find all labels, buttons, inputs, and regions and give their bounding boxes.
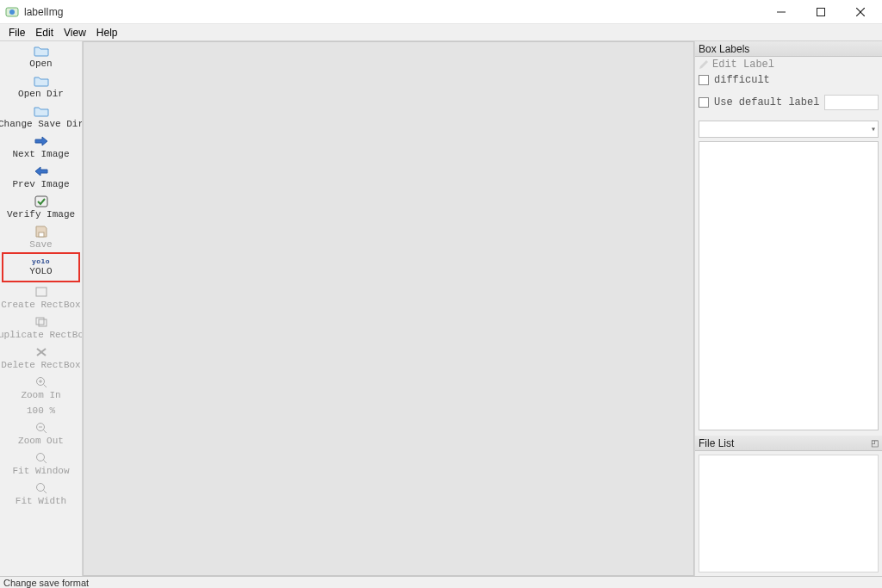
delete-rectbox-label: Delete RectBox [1, 360, 80, 370]
zoom-percent: 100 % [0, 403, 82, 418]
difficult-label: difficult [714, 74, 770, 86]
titlebar: labelImg [0, 0, 882, 24]
label-list[interactable] [699, 141, 879, 430]
undock-icon[interactable]: ◰ [871, 438, 879, 448]
pencil-icon [699, 59, 709, 70]
change-save-dir-label: Change Save Dir [0, 119, 83, 129]
menubar: File Edit View Help [0, 24, 882, 41]
file-list-panel: File List ◰ [695, 436, 882, 576]
duplicate-rectbox-label: Duplicate RectBox [0, 330, 83, 340]
save-icon [35, 225, 47, 238]
menu-edit[interactable]: Edit [30, 26, 59, 40]
svg-line-18 [43, 430, 47, 434]
open-dir-label: Open Dir [18, 89, 64, 99]
default-label-row: Use default label [699, 95, 879, 110]
open-label: Open [29, 59, 52, 69]
delete-icon [35, 345, 47, 359]
edit-label-text: Edit Label [712, 59, 774, 71]
arrow-left-icon [34, 164, 49, 178]
svg-rect-3 [817, 8, 825, 15]
svg-rect-8 [36, 288, 47, 296]
svg-line-21 [43, 461, 47, 464]
default-label-input[interactable] [824, 95, 879, 110]
difficult-checkbox-row[interactable]: difficult [699, 74, 879, 86]
folder-icon [34, 74, 49, 88]
fit-window-icon [35, 451, 47, 465]
format-toggle-button[interactable]: yolo YOLO [2, 252, 80, 282]
main-area: Open Open Dir Change Save Dir Next Image [0, 41, 882, 576]
folder-open-icon [34, 44, 49, 58]
app-icon [5, 5, 19, 19]
open-dir-button[interactable]: Open Dir [0, 71, 82, 102]
prev-image-label: Prev Image [12, 179, 69, 189]
delete-rectbox-button: Delete RectBox [0, 343, 82, 373]
svg-line-14 [43, 385, 47, 388]
svg-rect-10 [39, 319, 47, 326]
next-image-label: Next Image [12, 149, 69, 159]
window-controls [761, 0, 880, 24]
menu-file[interactable]: File [3, 26, 30, 40]
file-list-title: File List [699, 437, 734, 449]
chevron-down-icon: ▾ [871, 124, 876, 134]
box-labels-title: Box Labels [699, 43, 749, 55]
yolo-mini-label: yolo [32, 257, 50, 265]
prev-image-button[interactable]: Prev Image [0, 162, 82, 192]
next-image-button[interactable]: Next Image [0, 132, 82, 162]
duplicate-rectbox-button: Duplicate RectBox [0, 313, 82, 343]
file-list-header: File List ◰ [695, 436, 882, 451]
window-title: labelImg [24, 6, 63, 18]
fit-width-icon [35, 481, 47, 495]
use-default-checkbox[interactable] [699, 97, 709, 108]
right-panel: Box Labels Edit Label difficult Use defa… [694, 41, 882, 576]
zoom-in-icon [35, 375, 47, 389]
svg-rect-6 [35, 196, 47, 207]
use-default-label-text: Use default label [714, 96, 819, 108]
save-button: Save [0, 222, 82, 252]
create-rectbox-label: Create RectBox [1, 300, 80, 310]
edit-label-button: Edit Label [699, 59, 879, 71]
check-icon [34, 195, 48, 208]
maximize-button[interactable] [801, 0, 841, 24]
folder-arrow-icon [34, 104, 49, 118]
left-toolbar: Open Open Dir Change Save Dir Next Image [0, 41, 83, 576]
svg-rect-9 [36, 318, 44, 325]
difficult-checkbox[interactable] [699, 75, 709, 85]
status-bar: Change save format [0, 576, 882, 588]
svg-rect-7 [39, 232, 44, 237]
label-combo[interactable]: ▾ [699, 121, 879, 138]
fit-window-label: Fit Window [12, 466, 69, 476]
open-button[interactable]: Open [0, 41, 82, 71]
close-button[interactable] [841, 0, 880, 24]
menu-help[interactable]: Help [91, 26, 123, 40]
svg-point-20 [36, 454, 44, 461]
verify-image-label: Verify Image [7, 209, 75, 220]
format-label: YOLO [29, 266, 52, 276]
save-label: Save [29, 239, 52, 250]
svg-line-23 [43, 491, 47, 494]
fit-width-button: Fit Width [0, 479, 82, 509]
box-labels-header: Box Labels [695, 41, 882, 57]
duplicate-icon [35, 315, 47, 329]
svg-point-22 [36, 484, 44, 492]
status-text: Change save format [3, 578, 89, 588]
rect-create-icon [35, 285, 47, 299]
menu-view[interactable]: View [59, 26, 91, 40]
zoom-out-label: Zoom Out [18, 436, 64, 446]
minimize-button[interactable] [761, 0, 801, 24]
zoom-in-button: Zoom In [0, 373, 82, 403]
fit-window-button: Fit Window [0, 449, 82, 479]
fit-width-label: Fit Width [16, 496, 66, 506]
change-save-dir-button[interactable]: Change Save Dir [0, 102, 82, 132]
box-labels-content: Edit Label difficult Use default label ▾ [695, 57, 882, 436]
file-list[interactable] [699, 455, 879, 573]
create-rectbox-button: Create RectBox [0, 282, 82, 313]
arrow-right-icon [34, 134, 49, 148]
svg-point-1 [9, 9, 15, 15]
zoom-out-button: Zoom Out [0, 418, 82, 449]
zoom-percent-label: 100 % [27, 405, 55, 416]
zoom-out-icon [35, 421, 47, 435]
verify-image-button[interactable]: Verify Image [0, 192, 82, 222]
canvas-area[interactable] [83, 41, 694, 576]
zoom-in-label: Zoom In [21, 390, 60, 400]
